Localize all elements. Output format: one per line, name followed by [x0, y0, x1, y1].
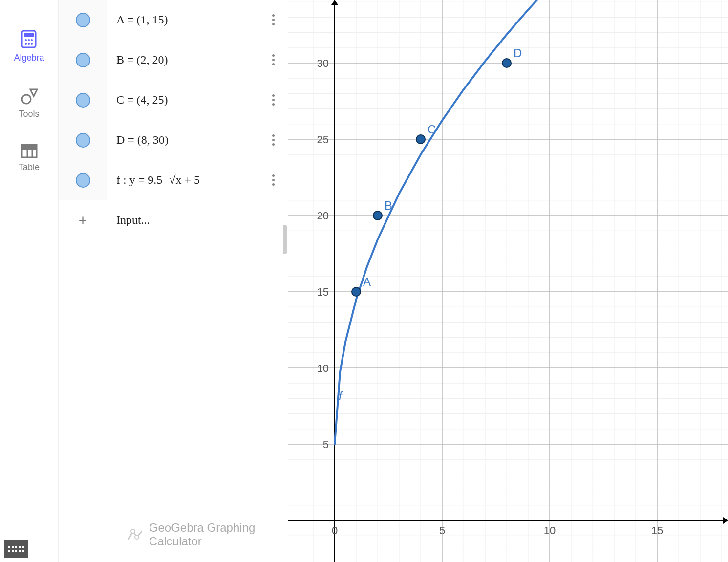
- visibility-toggle[interactable]: [76, 93, 90, 108]
- kebab-icon: [272, 94, 275, 106]
- row-menu-button[interactable]: [258, 14, 288, 25]
- nav-algebra-label: Algebra: [14, 53, 44, 63]
- input-row[interactable]: + Input...: [59, 200, 288, 240]
- svg-text:20: 20: [317, 210, 329, 222]
- visibility-toggle[interactable]: [76, 53, 90, 67]
- svg-point-105: [416, 135, 425, 144]
- svg-text:15: 15: [317, 286, 329, 298]
- graph-svg: 05101551015202530fABCD: [288, 0, 728, 562]
- svg-marker-88: [723, 517, 728, 524]
- nav-tools-label: Tools: [19, 109, 39, 119]
- row-label: f : y = 9.5 √x + 5: [107, 173, 258, 187]
- left-nav: Algebra Tools Table: [0, 0, 59, 562]
- object-row-b[interactable]: B = (2, 20): [59, 40, 288, 80]
- svg-text:5: 5: [323, 438, 329, 451]
- branding-icon: [127, 527, 142, 542]
- svg-point-107: [502, 59, 511, 67]
- svg-text:30: 30: [317, 57, 329, 69]
- svg-point-16: [135, 535, 139, 539]
- svg-point-8: [22, 95, 31, 104]
- object-row-d[interactable]: D = (8, 30): [59, 120, 288, 160]
- table-icon: [21, 144, 38, 158]
- visibility-cell: [59, 80, 107, 120]
- visibility-toggle[interactable]: [76, 173, 90, 188]
- row-menu-button[interactable]: [258, 54, 288, 65]
- row-label: A = (1, 15): [107, 13, 258, 26]
- svg-rect-1: [24, 33, 34, 37]
- svg-rect-14: [22, 145, 37, 149]
- visibility-cell: [59, 120, 107, 160]
- algebra-panel: A = (1, 15) B = (2, 20) C = (4, 25) D = …: [59, 0, 288, 562]
- func-eq: = 9.5: [135, 173, 166, 186]
- object-row-f[interactable]: f : y = 9.5 √x + 5: [59, 160, 288, 200]
- visibility-cell: [59, 160, 107, 200]
- row-menu-button[interactable]: [258, 174, 288, 186]
- scrollbar-handle[interactable]: [283, 225, 287, 254]
- svg-text:5: 5: [439, 524, 445, 537]
- kebab-icon: [272, 54, 275, 65]
- plus-icon[interactable]: +: [79, 212, 87, 229]
- func-sqrt: √x: [165, 173, 181, 186]
- svg-point-2: [25, 39, 27, 41]
- row-menu-button[interactable]: [258, 94, 288, 106]
- object-row-c[interactable]: C = (4, 25): [59, 80, 288, 120]
- row-label: D = (8, 30): [107, 133, 258, 147]
- keyboard-icon: [8, 546, 24, 552]
- nav-tools[interactable]: Tools: [19, 87, 39, 119]
- svg-text:25: 25: [317, 133, 329, 146]
- svg-point-4: [31, 39, 33, 41]
- svg-text:10: 10: [544, 524, 556, 537]
- svg-point-5: [25, 43, 27, 45]
- branding-text: GeoGebra Graphing Calculator: [149, 521, 288, 548]
- func-tail: + 5: [181, 173, 200, 186]
- svg-marker-89: [331, 0, 338, 5]
- svg-text:15: 15: [651, 524, 663, 537]
- nav-table[interactable]: Table: [19, 144, 40, 173]
- visibility-cell: [59, 0, 107, 40]
- svg-text:0: 0: [332, 524, 338, 537]
- nav-table-label: Table: [19, 162, 40, 173]
- row-label: B = (2, 20): [107, 53, 258, 66]
- kebab-icon: [272, 14, 275, 25]
- svg-text:C: C: [428, 123, 436, 136]
- row-menu-button[interactable]: [258, 134, 288, 146]
- svg-point-15: [131, 529, 135, 533]
- svg-text:B: B: [385, 199, 392, 212]
- svg-point-3: [28, 39, 30, 41]
- input-field[interactable]: Input...: [107, 214, 288, 227]
- svg-text:10: 10: [317, 362, 329, 374]
- func-sqrt-arg: x: [175, 173, 181, 186]
- visibility-cell: [59, 40, 107, 80]
- branding: GeoGebra Graphing Calculator: [127, 521, 288, 548]
- svg-text:f: f: [339, 389, 343, 403]
- kebab-icon: [272, 174, 275, 186]
- object-row-a[interactable]: A = (1, 15): [59, 0, 288, 40]
- kebab-icon: [272, 134, 275, 146]
- svg-point-6: [28, 43, 30, 45]
- add-cell: +: [59, 200, 107, 240]
- svg-marker-9: [30, 89, 37, 96]
- calculator-icon: [21, 29, 37, 49]
- svg-point-101: [352, 287, 361, 296]
- nav-algebra[interactable]: Algebra: [14, 29, 44, 63]
- svg-text:A: A: [363, 275, 371, 288]
- graph-area[interactable]: 05101551015202530fABCD: [288, 0, 728, 562]
- visibility-toggle[interactable]: [76, 133, 90, 148]
- svg-point-7: [31, 43, 33, 45]
- svg-point-103: [373, 211, 382, 220]
- func-prefix: f : y: [116, 173, 135, 186]
- tools-icon: [21, 87, 38, 105]
- svg-text:D: D: [514, 46, 522, 60]
- visibility-toggle[interactable]: [76, 13, 90, 27]
- row-label: C = (4, 25): [107, 93, 258, 107]
- keyboard-button[interactable]: [4, 540, 28, 558]
